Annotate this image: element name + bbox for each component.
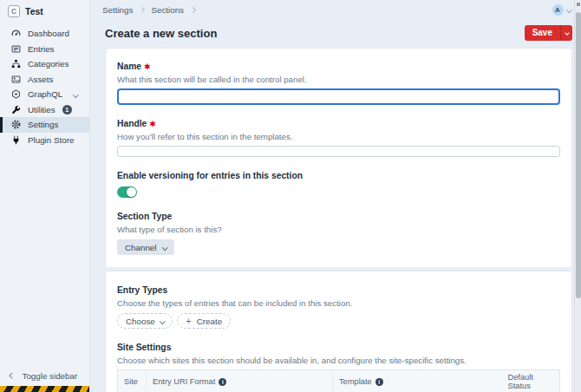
sidebar-nav: Dashboard Entries Categories Assets	[0, 26, 89, 147]
col-entry-uri-format: Entry URI Formati	[146, 370, 332, 392]
sidebar-item-entries[interactable]: Entries	[0, 42, 89, 57]
required-asterisk: ✱	[144, 62, 151, 71]
entry-types-create-button[interactable]: + Create	[177, 313, 231, 329]
handle-label: Handle	[117, 119, 147, 128]
col-site: Site	[118, 370, 147, 392]
wrench-icon	[11, 105, 21, 114]
chevron-down-icon	[160, 318, 165, 323]
scroll-up-arrow-icon[interactable]	[577, 3, 580, 6]
craft-logo-icon: C	[8, 5, 20, 17]
versioning-field: Enable versioning for entries in this se…	[117, 167, 560, 198]
sidebar-item-assets[interactable]: Assets	[0, 72, 89, 88]
chevron-down-icon	[73, 92, 78, 97]
site-settings-table: Site Entry URI Formati Templatei Default…	[117, 369, 560, 392]
site-name: Test	[25, 6, 43, 16]
handle-input[interactable]	[117, 146, 560, 157]
save-button[interactable]: Save	[525, 25, 560, 41]
page-header: Create a new section Save	[90, 19, 581, 48]
dev-mode-stripe	[0, 386, 89, 392]
site-settings-label: Site Settings	[117, 343, 171, 352]
sidebar-item-label: GraphQL	[28, 89, 62, 99]
name-field: Name✱ What this section will be called i…	[117, 57, 560, 105]
create-label: Create	[197, 317, 222, 326]
section-type-value: Channel	[125, 243, 157, 252]
sidebar-item-utilities[interactable]: Utilities 1	[0, 102, 89, 118]
sitemap-icon	[11, 59, 21, 69]
sidebar-item-label: Settings	[28, 120, 58, 129]
utilities-badge: 1	[62, 105, 72, 114]
col-template: Templatei	[332, 370, 501, 392]
entry-types-choose-button[interactable]: Choose	[117, 313, 173, 329]
sidebar: C Test Dashboard Entries Categories	[0, 0, 90, 392]
entry-types-field: Entry Types Choose the types of entries …	[117, 281, 560, 329]
choose-label: Choose	[126, 317, 155, 326]
craft-admin-window: C Test Dashboard Entries Categories	[0, 0, 581, 392]
save-menu-button[interactable]	[560, 25, 572, 41]
site-settings-field: Site Settings Choose which sites this se…	[117, 338, 560, 392]
sidebar-item-label: Entries	[28, 44, 55, 54]
section-type-field: Section Type What type of section is thi…	[117, 207, 560, 255]
main-area: Settings Sections A Create a new section…	[90, 0, 581, 392]
sidebar-item-graphql[interactable]: GraphQL	[0, 87, 89, 102]
required-asterisk: ✱	[149, 120, 156, 128]
sidebar-item-categories[interactable]: Categories	[0, 56, 89, 72]
name-instructions: What this section will be called in the …	[117, 75, 560, 84]
section-settings-card: Name✱ What this section will be called i…	[105, 48, 572, 267]
breadcrumb-separator-icon	[190, 6, 196, 12]
breadcrumb-settings[interactable]: Settings	[102, 5, 133, 15]
chevron-down-icon	[565, 30, 570, 36]
scrollbar-thumb[interactable]	[576, 12, 581, 298]
sidebar-item-label: Dashboard	[28, 29, 69, 38]
toggle-sidebar-button[interactable]: Toggle sidebar	[0, 367, 89, 386]
site-settings-instructions: Choose which sites this section should b…	[117, 356, 560, 365]
vertical-scrollbar[interactable]	[574, 0, 581, 392]
graphql-icon	[11, 89, 21, 99]
name-input[interactable]	[117, 88, 560, 105]
sidebar-item-plugin-store[interactable]: Plugin Store	[0, 133, 89, 148]
save-button-group: Save	[525, 25, 572, 41]
entry-types-instructions: Choose the types of entries that can be …	[117, 298, 560, 308]
photo-icon	[11, 75, 21, 84]
toggle-sidebar-label: Toggle sidebar	[23, 371, 78, 381]
content-pane: Name✱ What this section will be called i…	[90, 48, 581, 392]
handle-instructions: How you’ll refer to this section in the …	[117, 132, 560, 141]
sidebar-item-label: Plugin Store	[28, 135, 74, 145]
info-icon[interactable]: i	[219, 378, 226, 386]
name-label: Name	[117, 62, 141, 71]
sidebar-item-label: Utilities	[28, 105, 55, 114]
versioning-toggle[interactable]	[117, 186, 137, 198]
chevron-down-icon	[162, 245, 167, 250]
section-type-select[interactable]: Channel	[117, 239, 174, 255]
sidebar-item-dashboard[interactable]: Dashboard	[0, 26, 89, 42]
sidebar-item-label: Assets	[28, 75, 53, 84]
breadcrumb-separator-icon	[139, 6, 145, 12]
global-header: Settings Sections A	[90, 0, 581, 19]
account-menu-chevron-icon[interactable]	[566, 7, 571, 12]
sidebar-header[interactable]: C Test	[0, 0, 89, 23]
breadcrumb-sections[interactable]: Sections	[151, 5, 184, 15]
gauge-icon	[11, 29, 21, 38]
section-type-label: Section Type	[117, 212, 172, 221]
chevron-left-icon	[10, 373, 15, 378]
info-icon[interactable]: i	[375, 378, 383, 386]
gear-icon	[11, 120, 21, 129]
plus-icon: +	[186, 317, 191, 326]
page-title: Create a new section	[105, 27, 217, 40]
col-default-status: Default Status	[501, 370, 559, 392]
handle-field: Handle✱ How you’ll refer to this section…	[117, 114, 560, 157]
channel-settings-card: Entry Types Choose the types of entries …	[105, 271, 572, 392]
user-avatar[interactable]: A	[552, 4, 564, 16]
section-type-instructions: What type of section is this?	[117, 225, 560, 234]
breadcrumb: Settings Sections	[102, 5, 195, 15]
plug-icon	[11, 135, 21, 145]
sidebar-item-label: Categories	[28, 59, 69, 69]
versioning-label: Enable versioning for entries in this se…	[117, 171, 303, 180]
newspaper-icon	[11, 44, 21, 54]
entry-types-label: Entry Types	[117, 285, 167, 295]
sidebar-item-settings[interactable]: Settings	[0, 117, 89, 133]
